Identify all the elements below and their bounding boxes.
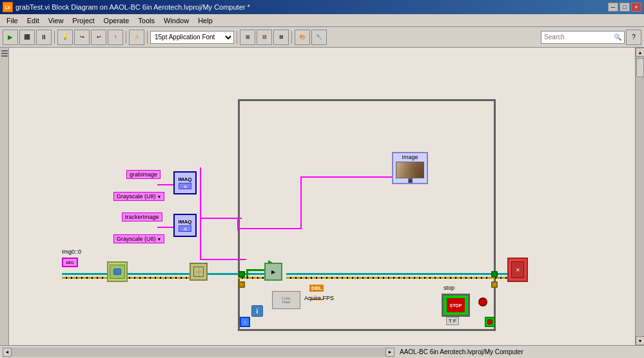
help-btn[interactable]: ? [626,30,641,45]
tools-palette-btn[interactable]: 🔧 [311,30,327,45]
image-inner [396,162,424,178]
scroll-left-arrow[interactable]: ◄ [3,348,12,357]
stop-inner: STOP [447,298,465,312]
separator-5 [291,31,292,44]
status-text: AAOL-BC 6in Aerotech.lvproj/My Computer [400,348,641,355]
align-btn[interactable]: ⊞ [240,30,255,45]
grabimage-label: grabImage [126,170,161,179]
font-selector[interactable]: 15pt Application Font [150,31,234,44]
loop-left-dot-1 [239,271,245,278]
wire-pink-to-image-h [300,176,396,178]
close-button[interactable]: × [631,3,641,12]
acquire-fps-label: Aquire FPS [304,295,334,301]
menu-edit[interactable]: Edit [23,15,43,26]
loop-left-dot-2 [239,281,245,288]
grayscale-dropdown-1[interactable]: Grayscale (U8) ▼ [113,192,164,201]
menu-help[interactable]: Help [194,15,217,26]
imaq-block-2[interactable]: IMAQ ⊙ [173,214,197,237]
window-controls: ─ □ × [608,3,641,12]
wire-yellow-loop [286,277,493,279]
separator-4 [237,31,237,44]
scroll-thumb-right[interactable] [636,58,644,77]
dbl-label: DBL [309,285,324,292]
loop-rate-block[interactable]: Loop Rate [272,291,300,309]
menu-view[interactable]: View [44,15,68,26]
left-icon-1 [1,50,8,52]
scroll-down-arrow[interactable]: ▼ [636,336,644,345]
loop-right-dot-2 [491,281,498,288]
pause-btn[interactable]: ⏸ [36,30,52,45]
conditional-terminal [485,317,495,327]
stop-label: stop [444,285,454,291]
wire-tracker-h [157,227,175,228]
wire-pink-to-image [237,228,302,229]
left-icon-2 [1,53,8,54]
step-out-btn[interactable]: ↑ [108,30,123,45]
info-button[interactable]: i [251,305,263,317]
abc-indicator: abc [62,258,78,267]
wire-yellow-2 [125,277,190,279]
title-bar: LV grabTest.vi Block Diagram on AAOL-BC … [0,0,644,14]
wire-pink-horiz-1 [200,218,242,219]
toolbar: ▶ ⬛ ⏸ 💡 ↪ ↩ ↑ ⚠ 15pt Application Font ⊞ … [0,27,644,48]
trackerimage-label: trackerImage [122,212,162,221]
scroll-h-track[interactable] [12,348,385,357]
exit-node[interactable]: ✕ [507,258,528,282]
menu-project[interactable]: Project [68,15,98,26]
abort-btn[interactable]: ⬛ [19,30,35,45]
grab-func-node[interactable] [107,261,128,282]
app-icon: LV [3,2,13,12]
highlight-btn[interactable]: 💡 [57,30,73,45]
wire-pink-loop-entry [200,209,201,260]
scrollbar-right[interactable]: ▲ ▼ [635,48,644,345]
ctrl-palette-btn[interactable]: 🎨 [295,30,310,45]
menu-window[interactable]: Window [160,15,193,26]
canvas-area[interactable]: grabImage IMAQ ⊙ Grayscale (U8) ▼ tracke… [9,48,635,345]
main-area: grabImage IMAQ ⊙ Grayscale (U8) ▼ tracke… [0,48,644,345]
resize-btn[interactable]: ⊠ [273,30,289,45]
distribute-btn[interactable]: ⊟ [257,30,272,45]
separator-1 [54,31,55,44]
left-panel [0,48,9,345]
image-label: Image [402,154,418,160]
bool-indicator[interactable] [478,297,487,306]
scroll-up-arrow[interactable]: ▲ [636,48,644,57]
search-box[interactable]: 🔍 [541,31,625,44]
wire-cyan-loop-through [286,273,493,275]
loop-iteration-terminal: i [240,317,250,327]
left-icon-3 [1,55,8,57]
minimize-button[interactable]: ─ [608,3,618,12]
warn-btn[interactable]: ⚠ [129,30,144,45]
image-icon: ⬛ [408,178,413,183]
stop-button[interactable]: STOP [442,294,470,317]
status-bar: ◄ ► AAOL-BC 6in Aerotech.lvproj/My Compu… [0,345,644,358]
imaq-block-1[interactable]: IMAQ ⊙ [173,171,197,194]
loop-right-dot-1 [491,271,498,278]
scroll-track-right[interactable] [636,57,644,336]
separator-3 [147,31,148,44]
menu-bar: File Edit View Project Operate Tools Win… [0,14,644,27]
maximize-button[interactable]: □ [620,3,630,12]
wire-cyan-2 [125,273,190,275]
menu-tools[interactable]: Tools [134,15,159,26]
connector-node-2[interactable]: ▶ [264,263,282,281]
step-over-btn[interactable]: ↪ [74,30,90,45]
connector-node-1[interactable] [190,263,208,281]
menu-file[interactable]: File [3,15,22,26]
scroll-right-arrow[interactable]: ► [385,348,395,357]
tf-indicator: T F [446,317,459,325]
separator-2 [126,31,126,44]
img-string-label: Img0::0 [62,249,81,255]
wire-pink-loop-h2 [200,259,246,260]
window-title: grabTest.vi Block Diagram on AAOL-BC 6in… [15,3,250,11]
step-into-btn[interactable]: ↩ [91,30,106,45]
menu-operate[interactable]: Operate [100,15,133,26]
image-indicator[interactable]: Image ⬛ [392,152,428,184]
search-input[interactable] [544,33,614,41]
wire-grab-imaq-h [157,184,175,185]
wire-pink-up-to-image [300,176,302,229]
grayscale-dropdown-2[interactable]: Grayscale (U8) ▼ [113,234,164,243]
search-icon: 🔍 [614,33,621,41]
run-arrow-btn[interactable]: ▶ [3,30,18,45]
